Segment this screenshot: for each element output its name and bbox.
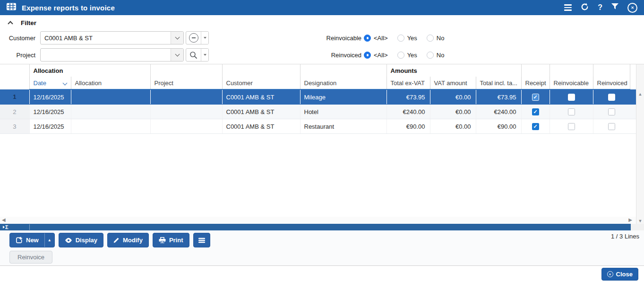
radio-icon[interactable] [397,52,404,59]
column-header-total-ex-vat[interactable]: Total ex-VAT [386,77,430,89]
row-number[interactable]: 1 [0,89,29,105]
reinvoicable-option-all[interactable]: <All> [364,35,388,42]
cell-allocation[interactable] [71,119,150,134]
scroll-down-icon[interactable]: ▼ [636,219,644,223]
scroll-right-icon[interactable]: ▶ [628,217,632,222]
cell-receipt[interactable]: ✓ [521,105,550,119]
cell-total_incl[interactable]: €240.00 [476,105,521,119]
horizontal-scrollbar[interactable]: ◀ ▶ [0,217,636,224]
cell-date[interactable]: 12/16/2025 [29,89,71,105]
column-header-project[interactable]: Project [150,77,222,89]
cell-allocation[interactable] [71,89,150,105]
column-header-reinvoiced[interactable]: Reinvoiced [593,77,630,89]
cell-vat_amount[interactable]: €0.00 [430,89,476,105]
reinvoiced-checkbox[interactable] [608,108,615,115]
reinvoicable-filter-label: Reinvoicable [295,35,361,42]
scroll-up-icon[interactable]: ▲ [636,92,644,97]
cell-reinvoicable[interactable] [550,119,593,134]
cell-customer[interactable]: C0001 AMB & ST [222,119,300,134]
cell-reinvoiced[interactable] [593,119,630,134]
column-header-vat-amount[interactable]: VAT amount [430,77,476,89]
reinvoicable-checkbox[interactable] [568,94,575,101]
column-header-receipt[interactable]: Receipt [521,77,550,89]
modify-button[interactable]: Modify [107,233,149,247]
reinvoiced-option-yes[interactable]: Yes [397,52,417,59]
column-header-total-incl-tax[interactable]: Total incl. ta... [476,77,521,89]
cell-reinvoiced[interactable] [593,89,630,105]
cell-vat_amount[interactable]: €0.00 [430,105,476,119]
collapse-filter-icon[interactable] [9,20,12,24]
reinvoiced-checkbox[interactable] [608,94,615,101]
refresh-icon[interactable] [581,3,589,13]
help-icon[interactable]: ? [598,4,602,11]
cell-reinvoicable[interactable] [550,89,593,105]
new-record-icon [16,237,23,244]
radio-icon[interactable] [427,52,434,59]
table-row[interactable]: 212/16/2025C0001 AMB & STHotel€240.00€0.… [0,105,636,119]
column-header-designation[interactable]: Designation [300,77,386,89]
cell-total_ex_vat[interactable]: €73.95 [386,89,430,105]
radio-icon[interactable] [364,35,371,42]
new-button[interactable]: New ▲ [9,233,55,247]
totals-row[interactable]: Σ [0,224,644,230]
cell-reinvoicable[interactable] [550,105,593,119]
cell-customer[interactable]: C0001 AMB & ST [222,89,300,105]
cell-project[interactable] [150,119,222,134]
column-header-reinvoicable[interactable]: Reinvoicable [550,77,593,89]
cell-designation[interactable]: Hotel [300,105,386,119]
more-actions-button[interactable] [193,233,210,247]
receipt-checkbox[interactable]: ✓ [532,123,539,130]
table-row[interactable]: 312/16/2025C0001 AMB & STRestaurant€90.0… [0,119,636,134]
reinvoicable-checkbox[interactable] [568,108,575,115]
new-button-caret[interactable]: ▲ [44,233,54,247]
radio-icon[interactable] [397,35,404,42]
cell-designation[interactable]: Restaurant [300,119,386,134]
vertical-scrollbar[interactable]: ▲ ▼ [636,64,644,224]
filter-icon[interactable] [611,3,618,12]
cell-project[interactable] [150,89,222,105]
title-bar: Expense reports to invoice ? ✕ [0,0,644,15]
cell-total_incl[interactable]: €90.00 [476,119,521,134]
reinvoiced-checkbox[interactable] [608,123,615,130]
column-header-allocation[interactable]: Allocation [71,77,150,89]
print-button[interactable]: Print [153,233,189,247]
display-button[interactable]: Display [59,233,103,247]
radio-icon[interactable] [427,35,434,42]
reinvoicable-filter: Reinvoicable <All> Yes No [0,31,644,45]
cell-reinvoiced[interactable] [593,105,630,119]
row-number[interactable]: 2 [0,105,29,119]
radio-icon[interactable] [364,52,371,59]
cell-project[interactable] [150,105,222,119]
column-header-customer[interactable]: Customer [222,77,300,89]
cell-date[interactable]: 12/16/2025 [29,119,71,134]
menu-bars-icon [198,238,205,243]
cell-receipt[interactable]: ✓ [521,119,550,134]
receipt-checkbox[interactable]: ✓ [532,94,539,101]
sigma-icon[interactable]: Σ [3,224,9,230]
reinvoicable-checkbox[interactable] [568,123,575,130]
close-window-icon[interactable]: ✕ [627,3,637,13]
menu-icon[interactable] [564,4,572,11]
row-number[interactable]: 3 [0,119,29,134]
cell-designation[interactable]: Mileage [300,89,386,105]
filler-cell [630,119,636,134]
cell-customer[interactable]: C0001 AMB & ST [222,105,300,119]
receipt-checkbox[interactable]: ✓ [532,108,539,115]
table-row[interactable]: 112/16/2025C0001 AMB & STMileage€73.95€0… [0,89,636,105]
reinvoiced-option-no[interactable]: No [427,52,445,59]
cell-receipt[interactable]: ✓ [521,89,550,105]
scroll-left-icon[interactable]: ◀ [2,217,6,222]
cell-vat_amount[interactable]: €0.00 [430,119,476,134]
cell-date[interactable]: 12/16/2025 [29,105,71,119]
cell-allocation[interactable] [71,105,150,119]
grid-corner-cell[interactable]: ••• [0,64,29,89]
column-header-date[interactable]: Date [29,77,71,89]
cell-total_ex_vat[interactable]: €240.00 [386,105,430,119]
reinvoicable-option-no[interactable]: No [427,35,445,42]
reinvoiced-option-all[interactable]: <All> [364,52,388,59]
close-button[interactable]: ✕ Close [601,268,638,281]
reinvoice-button[interactable]: Reinvoice [9,251,52,264]
cell-total_ex_vat[interactable]: €90.00 [386,119,430,134]
cell-total_incl[interactable]: €73.95 [476,89,521,105]
reinvoicable-option-yes[interactable]: Yes [397,35,417,42]
